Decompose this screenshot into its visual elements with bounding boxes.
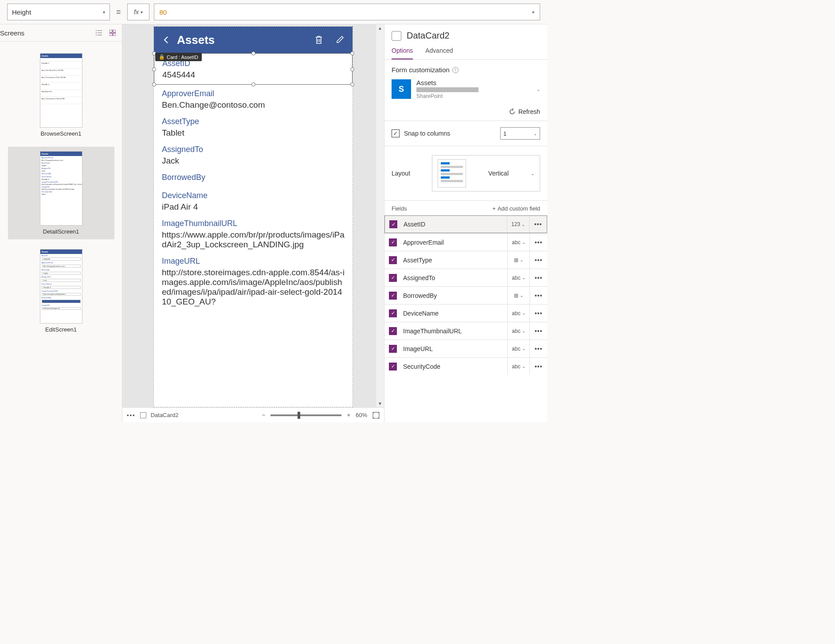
scroll-down-icon[interactable]: ▼ [378, 401, 382, 406]
fx-button[interactable]: fx ▾ [127, 4, 149, 20]
data-card[interactable]: AssetTypeTablet [154, 113, 353, 141]
refresh-button[interactable]: Refresh [392, 99, 540, 115]
form-customization-section: Form customization ? S Assets SharePoint… [384, 60, 547, 121]
list-view-icon[interactable] [95, 29, 103, 37]
field-more-icon[interactable]: ••• [529, 322, 547, 340]
card-label: AssetType [162, 117, 345, 126]
chevron-down-icon[interactable]: ⌄ [537, 87, 540, 92]
fields-list: ✓AssetID123⌄•••✓ApproverEmailabc⌄•••✓Ass… [384, 215, 547, 375]
field-checkbox[interactable]: ✓ [389, 345, 397, 353]
chevron-down-icon: ▾ [140, 10, 142, 15]
breadcrumb-checkbox[interactable] [140, 412, 146, 418]
data-card[interactable]: AssignedToJack [154, 141, 353, 168]
formula-value: 80 [160, 8, 167, 16]
thumb-label: DetailScreen1 [43, 228, 79, 235]
field-row[interactable]: ✓AssetType⊞⌄••• [384, 251, 547, 269]
field-type-selector[interactable]: ⊞⌄ [507, 287, 529, 304]
field-more-icon[interactable]: ••• [529, 304, 547, 322]
trash-icon[interactable] [314, 35, 323, 45]
datasource-row[interactable]: S Assets SharePoint ⌄ [392, 79, 540, 99]
field-checkbox[interactable]: ✓ [389, 327, 397, 335]
field-checkbox[interactable]: ✓ [389, 292, 397, 300]
field-more-icon[interactable]: ••• [529, 216, 547, 233]
field-checkbox[interactable]: ✓ [389, 363, 397, 371]
field-type-selector[interactable]: ⊞⌄ [507, 251, 529, 269]
canvas-scrollbar[interactable]: ▲ ▼ [376, 24, 384, 407]
formula-input[interactable]: 80 ▾ [154, 4, 540, 20]
field-row[interactable]: ✓BorrowedBy⊞⌄••• [384, 286, 547, 304]
field-checkbox[interactable]: ✓ [389, 220, 397, 228]
field-row[interactable]: ✓ImageURLabc⌄••• [384, 340, 547, 357]
card-label: ApproverEmail [162, 89, 345, 98]
canvas-scroll[interactable]: Assets 🔒 [122, 24, 384, 407]
thumb-detail-screen[interactable]: Assets ApproverEmailBen.Change@contoso.c… [8, 147, 114, 239]
layout-select[interactable]: Vertical ⌄ [432, 155, 540, 191]
field-checkbox[interactable]: ✓ [389, 256, 397, 264]
card-value: http://store.storeimages.cdn-apple.com.8… [162, 268, 345, 307]
field-row[interactable]: ✓SecurityCodeabc⌄••• [384, 357, 547, 375]
field-checkbox[interactable]: ✓ [389, 309, 397, 317]
field-type-selector[interactable]: abc⌄ [507, 234, 529, 251]
form-customization-label: Form customization [392, 66, 450, 74]
snap-row: ✓ Snap to columns 1 ⌄ [384, 121, 547, 146]
field-checkbox[interactable]: ✓ [389, 274, 397, 282]
property-selector[interactable]: Height ▾ [7, 4, 110, 20]
add-custom-field-button[interactable]: + Add custom field [492, 205, 540, 212]
zoom-slider[interactable] [270, 414, 341, 416]
fit-screen-icon[interactable] [372, 412, 380, 419]
field-type-selector[interactable]: abc⌄ [507, 358, 529, 375]
svg-point-5 [96, 35, 97, 35]
tab-advanced[interactable]: Advanced [425, 43, 453, 59]
thumb-label: EditScreen1 [45, 326, 77, 333]
screens-header: Screens [0, 24, 122, 42]
field-row[interactable]: ✓AssetID123⌄••• [384, 215, 547, 233]
field-more-icon[interactable]: ••• [529, 287, 547, 304]
back-icon[interactable] [162, 35, 171, 44]
help-icon[interactable]: ? [452, 67, 459, 73]
field-row[interactable]: ✓DeviceNameabc⌄••• [384, 304, 547, 322]
field-more-icon[interactable]: ••• [529, 251, 547, 269]
field-checkbox[interactable]: ✓ [389, 238, 397, 246]
zoom-out-icon[interactable]: − [262, 412, 266, 418]
columns-select[interactable]: 1 ⌄ [500, 127, 540, 140]
equals-sign: = [114, 8, 123, 17]
tab-options[interactable]: Options [392, 43, 413, 59]
snap-checkbox[interactable]: ✓ [392, 129, 400, 137]
thumb-edit-screen[interactable]: Assets AssetID4545444 ApproverEmailBen.C… [37, 246, 85, 336]
edit-icon[interactable] [336, 35, 345, 45]
field-more-icon[interactable]: ••• [529, 234, 547, 251]
grid-view-icon[interactable] [109, 29, 117, 37]
field-type-selector[interactable]: abc⌄ [507, 269, 529, 286]
screens-panel: Screens Assets iPad Air 2 Asu [0, 24, 122, 422]
layout-row: Layout Vertical ⌄ [384, 146, 547, 201]
data-card[interactable]: ImageURLhttp://store.storeimages.cdn-app… [154, 252, 353, 309]
zoom-in-icon[interactable]: + [347, 412, 350, 418]
layout-thumb-icon [438, 159, 466, 187]
data-card[interactable]: BorrowedBy [154, 168, 353, 187]
field-row[interactable]: ✓ApproverEmailabc⌄••• [384, 233, 547, 251]
plus-icon: + [492, 205, 496, 212]
data-card[interactable]: DeviceNameiPad Air 4 [154, 187, 353, 215]
field-row[interactable]: ✓AssignedToabc⌄••• [384, 269, 547, 286]
field-type-selector[interactable]: abc⌄ [507, 340, 529, 357]
props-title-row: DataCard2 [384, 24, 547, 43]
field-type-selector[interactable]: abc⌄ [507, 304, 529, 322]
field-more-icon[interactable]: ••• [529, 269, 547, 286]
more-icon[interactable]: ••• [127, 412, 136, 418]
data-card[interactable]: ImageThumbnailURLhttps://www.apple.com/b… [154, 215, 353, 252]
thumb-browse-screen[interactable]: Assets iPad Air 2 Asus Zen Book Pro 126 … [37, 51, 85, 140]
field-name: AssignedTo [401, 274, 507, 281]
svg-rect-7 [113, 30, 116, 32]
field-name: SecurityCode [401, 363, 507, 370]
field-row[interactable]: ✓ImageThumbnailURLabc⌄••• [384, 322, 547, 340]
svg-point-4 [96, 32, 97, 33]
field-type-selector[interactable]: abc⌄ [507, 322, 529, 340]
data-card[interactable]: ApproverEmailBen.Change@contoso.com [154, 85, 353, 113]
field-more-icon[interactable]: ••• [529, 340, 547, 357]
field-type-selector[interactable]: 123⌄ [507, 216, 529, 233]
fields-label: Fields [392, 205, 407, 212]
screens-thumbnails: Assets iPad Air 2 Asus Zen Book Pro 126 … [0, 42, 122, 422]
field-more-icon[interactable]: ••• [529, 358, 547, 375]
scroll-up-icon[interactable]: ▲ [378, 26, 382, 31]
props-checkbox[interactable] [392, 31, 401, 41]
